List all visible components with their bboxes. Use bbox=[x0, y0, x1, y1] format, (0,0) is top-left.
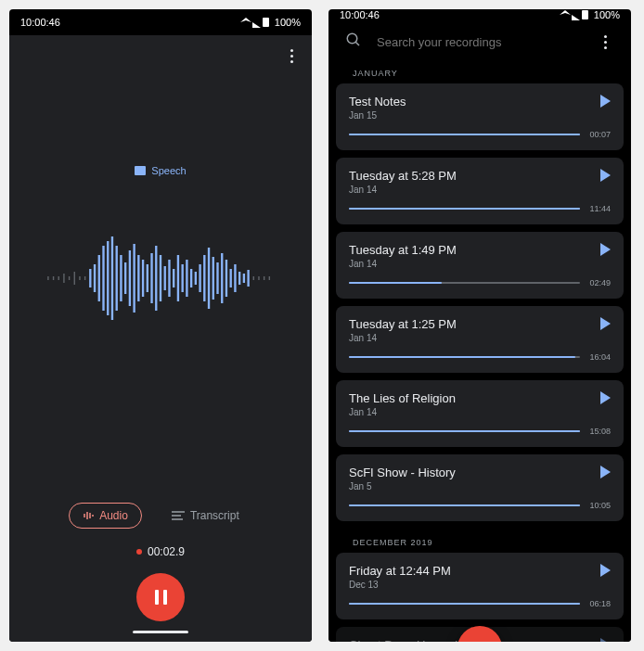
library-phone: 10:00:46 100% JanuaryTest NotesJan 1500:… bbox=[328, 9, 631, 642]
progress-bar[interactable] bbox=[349, 134, 580, 135]
play-button[interactable] bbox=[600, 317, 611, 330]
play-icon bbox=[600, 243, 611, 256]
duration: 16:04 bbox=[589, 352, 611, 362]
battery-percent: 100% bbox=[275, 17, 301, 28]
section-header: January bbox=[336, 59, 624, 83]
speech-label: Speech bbox=[151, 165, 186, 176]
recording-title: Friday at 12:44 PM bbox=[349, 564, 611, 578]
recording-date: Jan 14 bbox=[349, 333, 611, 343]
play-icon bbox=[600, 95, 611, 108]
recording-card[interactable]: ScFI Show - HistoryJan 510:05 bbox=[336, 454, 624, 521]
duration: 15:08 bbox=[589, 427, 611, 436]
waveform bbox=[9, 227, 312, 329]
duration: 11:44 bbox=[589, 204, 611, 213]
recording-screen: Speech Audio Tran bbox=[9, 35, 312, 642]
section-header: December 2019 bbox=[336, 529, 624, 553]
recording-card[interactable]: Tuesday at 1:25 PMJan 1416:04 bbox=[336, 306, 624, 373]
battery-percent: 100% bbox=[594, 9, 620, 20]
play-button[interactable] bbox=[600, 466, 611, 479]
play-button[interactable] bbox=[600, 169, 611, 182]
progress-bar[interactable] bbox=[349, 504, 580, 506]
signal-icons bbox=[240, 17, 272, 28]
recording-title: Tuesday at 1:49 PM bbox=[349, 243, 611, 257]
recording-timer: 00:02.9 bbox=[9, 545, 312, 558]
more-icon bbox=[290, 49, 293, 63]
play-icon bbox=[600, 169, 611, 182]
duration: 00:07 bbox=[589, 130, 611, 139]
progress-bar[interactable] bbox=[349, 356, 580, 358]
signal-icons bbox=[560, 9, 591, 20]
play-icon bbox=[600, 564, 611, 577]
play-icon bbox=[600, 317, 611, 330]
recording-card[interactable]: Tuesday at 5:28 PMJan 1411:44 bbox=[336, 158, 624, 224]
recording-date: Jan 14 bbox=[349, 185, 611, 195]
svg-rect-57 bbox=[582, 10, 588, 19]
recording-date: Jan 14 bbox=[349, 259, 611, 269]
play-icon bbox=[600, 391, 611, 404]
recording-card[interactable]: Tuesday at 1:49 PMJan 1402:49 bbox=[336, 232, 624, 299]
speech-indicator: Speech bbox=[135, 165, 186, 176]
play-button[interactable] bbox=[600, 95, 611, 108]
svg-point-58 bbox=[347, 33, 357, 44]
search-row bbox=[328, 20, 631, 59]
status-time: 10:00:46 bbox=[20, 17, 60, 28]
mode-tabs: Audio Transcript bbox=[9, 493, 312, 529]
progress-bar[interactable] bbox=[349, 282, 580, 284]
recording-title: Tuesday at 5:28 PM bbox=[349, 169, 611, 183]
search-icon[interactable] bbox=[345, 32, 362, 52]
svg-rect-0 bbox=[263, 18, 269, 27]
play-button[interactable] bbox=[600, 391, 611, 404]
recording-date: Jan 5 bbox=[349, 481, 611, 491]
tab-transcript[interactable]: Transcript bbox=[159, 503, 252, 529]
search-input[interactable] bbox=[377, 35, 581, 49]
recording-title: The Lies of Religion bbox=[349, 391, 611, 405]
pause-button[interactable] bbox=[136, 573, 185, 621]
more-icon bbox=[604, 35, 607, 49]
play-icon bbox=[600, 638, 611, 642]
recording-title: ScFI Show - History bbox=[349, 466, 611, 479]
recording-date: Jan 15 bbox=[349, 110, 611, 121]
nav-bar[interactable] bbox=[9, 621, 312, 642]
status-bar: 10:00:46 100% bbox=[9, 9, 312, 35]
recording-card[interactable]: Test NotesJan 1500:07 bbox=[336, 83, 624, 150]
overflow-menu-button[interactable] bbox=[596, 32, 614, 51]
overflow-menu-button[interactable] bbox=[280, 45, 303, 67]
recording-card[interactable]: Friday at 12:44 PMDec 1306:18 bbox=[336, 553, 624, 619]
recording-date: Jan 14 bbox=[349, 407, 611, 417]
play-button[interactable] bbox=[600, 243, 611, 256]
status-time: 10:00:46 bbox=[340, 9, 380, 20]
recording-title: Tuesday at 1:25 PM bbox=[349, 317, 611, 331]
recording-phone: 10:00:46 100% Speech bbox=[9, 9, 312, 642]
progress-bar[interactable] bbox=[349, 208, 580, 210]
elapsed-time: 00:02.9 bbox=[148, 545, 185, 558]
svg-line-59 bbox=[355, 42, 359, 45]
duration: 06:18 bbox=[589, 599, 611, 608]
tab-audio-label: Audio bbox=[99, 509, 128, 522]
play-icon bbox=[600, 466, 611, 479]
progress-bar[interactable] bbox=[349, 603, 580, 605]
pause-icon bbox=[155, 590, 167, 605]
duration: 10:05 bbox=[589, 501, 611, 510]
play-button[interactable] bbox=[600, 564, 611, 577]
progress-bar[interactable] bbox=[349, 430, 580, 432]
recording-title: Test Notes bbox=[349, 95, 611, 108]
duration: 02:49 bbox=[589, 278, 611, 287]
record-dot-icon bbox=[136, 549, 142, 555]
recording-date: Dec 13 bbox=[349, 580, 611, 590]
play-button[interactable] bbox=[600, 638, 611, 642]
audio-icon bbox=[83, 510, 94, 521]
recordings-list[interactable]: JanuaryTest NotesJan 1500:07Tuesday at 5… bbox=[328, 59, 631, 642]
library-screen: JanuaryTest NotesJan 1500:07Tuesday at 5… bbox=[328, 20, 631, 642]
recording-card[interactable]: The Lies of ReligionJan 1415:08 bbox=[336, 380, 624, 447]
transcript-icon bbox=[172, 511, 185, 520]
tab-audio[interactable]: Audio bbox=[69, 503, 142, 529]
speech-icon bbox=[135, 166, 146, 175]
tab-transcript-label: Transcript bbox=[190, 509, 239, 522]
status-bar: 10:00:46 100% bbox=[328, 9, 631, 20]
